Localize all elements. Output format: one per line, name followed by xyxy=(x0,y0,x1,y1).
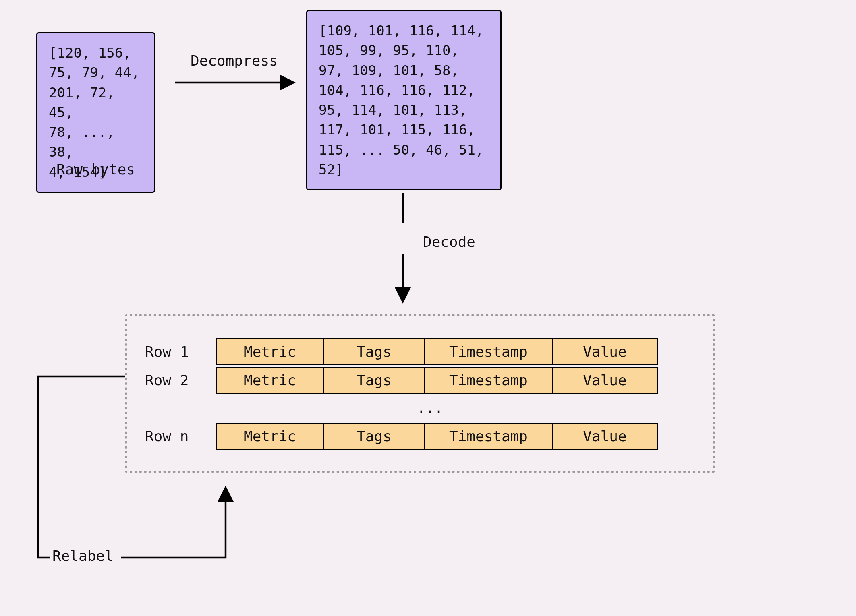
decompress-label: Decompress xyxy=(191,52,278,69)
relabel-label: Relabel xyxy=(52,548,114,564)
cell-timestamp: Timestamp xyxy=(425,338,553,365)
diagram-canvas: [120, 156, 75, 79, 44, 201, 72, 45, 78, … xyxy=(0,0,856,616)
row-2-label: Row 2 xyxy=(145,372,189,389)
cell-metric: Metric xyxy=(216,338,324,365)
rows-ellipsis: ... xyxy=(417,399,443,416)
relabel-arrow-right xyxy=(121,489,226,558)
row-1-cells: Metric Tags Timestamp Value xyxy=(216,338,658,365)
row-2-cells: Metric Tags Timestamp Value xyxy=(216,367,658,394)
cell-timestamp: Timestamp xyxy=(425,423,553,450)
cell-metric: Metric xyxy=(216,423,324,450)
cell-tags: Tags xyxy=(324,367,425,394)
cell-value: Value xyxy=(553,423,658,450)
decompressed-box: [109, 101, 116, 114, 105, 99, 95, 110, 9… xyxy=(306,10,502,190)
cell-value: Value xyxy=(553,367,658,394)
row-1-label: Row 1 xyxy=(145,343,189,360)
decode-label: Decode xyxy=(423,234,475,250)
cell-value: Value xyxy=(553,338,658,365)
raw-bytes-caption: Raw bytes xyxy=(36,161,155,178)
relabel-arrow-left xyxy=(38,376,125,558)
cell-tags: Tags xyxy=(324,338,425,365)
row-n-label: Row n xyxy=(145,428,189,444)
cell-tags: Tags xyxy=(324,423,425,450)
cell-metric: Metric xyxy=(216,367,324,394)
cell-timestamp: Timestamp xyxy=(425,367,553,394)
row-n-cells: Metric Tags Timestamp Value xyxy=(216,423,658,450)
